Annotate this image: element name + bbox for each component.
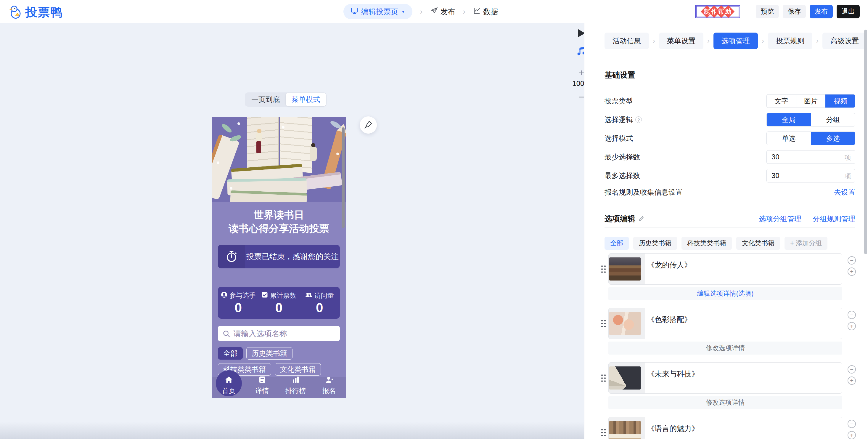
editor-canvas: 一页到底 菜单模式 世界读书日 读书心得分享活动投票 投票已结束，感谢: [0, 23, 584, 439]
signup-icon: [325, 376, 333, 385]
thumb-strip: [609, 254, 645, 284]
publish-step[interactable]: 发布: [430, 7, 455, 17]
edit-option-detail-link[interactable]: 修改选项详情: [608, 342, 842, 355]
phone-illustration: [212, 117, 346, 202]
option-thumbnail: [609, 257, 641, 281]
option-row: 《语言的魅力》 − +: [608, 417, 842, 439]
max-select-row: 最多选择数 项: [604, 169, 855, 182]
chevron-icon: ›: [762, 37, 764, 45]
question-icon[interactable]: ?: [635, 116, 642, 123]
phone-preview: 世界读书日 读书心得分享活动投票 投票已结束，感谢您的关注 参与选手 0: [212, 117, 346, 398]
group-tab-tech[interactable]: 科技类类书籍: [681, 237, 732, 250]
tab-advanced-settings[interactable]: 高级设置: [823, 33, 867, 49]
vote-type-segmented: 文字 图片 视频: [767, 94, 855, 108]
logo-text: 投票鸭: [26, 4, 63, 21]
logic-global[interactable]: 全局: [767, 113, 811, 126]
group-tab-all[interactable]: 全部: [604, 237, 629, 250]
chip-culture[interactable]: 文化类书籍: [275, 363, 321, 376]
page-mode-toggle: 一页到底 菜单模式: [245, 92, 327, 107]
group-tab-history[interactable]: 历史类书籍: [633, 237, 677, 250]
mode-multiple[interactable]: 多选: [811, 132, 855, 145]
publish-button[interactable]: 发布: [810, 5, 833, 18]
group-rule-manage-link[interactable]: 分组规则管理: [813, 214, 855, 224]
help-badge-char: 助: [722, 5, 735, 18]
add-group-button[interactable]: + 添加分组: [784, 237, 828, 250]
data-step[interactable]: 数据: [473, 7, 498, 17]
exit-button[interactable]: 退出: [837, 5, 860, 18]
step-tabs: 活动信息 › 菜单设置 › 选项管理 › 投票规则 › 高级设置: [604, 33, 855, 49]
remove-option-button[interactable]: −: [847, 420, 856, 428]
preview-button[interactable]: 预览: [756, 5, 779, 18]
drag-handle-icon[interactable]: [601, 374, 606, 382]
nav-signup[interactable]: 报名: [312, 377, 346, 398]
edit-option-detail-link[interactable]: 修改选项详情: [608, 396, 842, 409]
option-thumbnail: [609, 312, 641, 335]
nav-home[interactable]: 首页: [212, 377, 245, 398]
vote-type-image[interactable]: 图片: [796, 94, 826, 108]
max-select-input[interactable]: [767, 169, 855, 182]
stat-votes: 累计票数 0: [258, 291, 299, 314]
vote-type-text[interactable]: 文字: [767, 94, 796, 108]
mode-one-page-button[interactable]: 一页到底: [245, 93, 286, 106]
select-logic-row: 选择逻辑 ? 全局 分组: [604, 113, 855, 126]
panel-scrollbar[interactable]: [864, 30, 867, 254]
logic-group[interactable]: 分组: [811, 113, 855, 126]
save-button[interactable]: 保存: [783, 5, 806, 18]
tab-vote-rules[interactable]: 投票规则: [768, 33, 812, 49]
vote-status-card: 投票已结束，感谢您的关注: [218, 245, 340, 268]
tab-menu-settings[interactable]: 菜单设置: [659, 33, 704, 49]
select-mode-row: 选择模式 单选 多选: [604, 131, 855, 145]
vote-status-text: 投票已结束，感谢您的关注: [245, 245, 340, 268]
tab-option-management[interactable]: 选项管理: [713, 33, 758, 49]
section-divider: [604, 84, 855, 84]
min-select-input[interactable]: [767, 150, 855, 164]
signup-settings-label: 报名规则及收集信息设置: [604, 187, 683, 197]
group-tab-culture[interactable]: 文化类书籍: [736, 237, 780, 250]
remove-option-button[interactable]: −: [847, 311, 856, 319]
phone-bottom-nav: 首页 详情 排行榜 报名: [212, 377, 346, 398]
go-setup-link[interactable]: 去设置: [834, 187, 855, 197]
option-group-manage-link[interactable]: 选项分组管理: [759, 214, 801, 224]
zoom-in-button[interactable]: +: [579, 68, 584, 77]
option-card[interactable]: 《龙的传人》: [608, 253, 842, 285]
drag-handle-icon[interactable]: [601, 265, 606, 273]
caret-down-icon: ▼: [401, 9, 405, 14]
option-card[interactable]: 《未来与科技》: [608, 362, 842, 394]
home-icon: [225, 376, 233, 385]
app-logo[interactable]: 投票鸭: [8, 4, 63, 21]
chip-history[interactable]: 历史类书籍: [246, 347, 292, 360]
settings-panel: 活动信息 › 菜单设置 › 选项管理 › 投票规则 › 高级设置 基础设置 投票…: [584, 23, 868, 439]
phone-scrollbar[interactable]: [342, 127, 345, 228]
theme-brush-button[interactable]: [360, 116, 377, 134]
remove-option-button[interactable]: −: [847, 256, 856, 265]
topbar: 投票鸭 编辑投票页 ▼ › 发布 ›: [0, 0, 868, 23]
add-option-button[interactable]: +: [847, 267, 856, 276]
drag-handle-icon[interactable]: [601, 429, 606, 437]
drag-handle-icon[interactable]: [601, 320, 606, 328]
option-card[interactable]: 《色彩搭配》: [608, 308, 842, 339]
vote-type-video[interactable]: 视频: [825, 94, 855, 108]
add-option-button[interactable]: +: [847, 322, 856, 330]
help-badge[interactable]: 制 作 帮 助: [695, 5, 740, 18]
edit-option-detail-link[interactable]: 编辑选项详情(选填): [608, 287, 842, 300]
thumb-strip: [609, 362, 645, 393]
search-input[interactable]: [218, 326, 340, 341]
edit-vote-page-button[interactable]: 编辑投票页 ▼: [343, 4, 412, 19]
chip-all[interactable]: 全部: [218, 347, 243, 360]
chevron-icon: ›: [420, 7, 423, 16]
option-card[interactable]: 《语言的魅力》: [608, 417, 842, 439]
add-option-button[interactable]: +: [847, 431, 856, 439]
activity-title: 世界读书日 读书心得分享活动投票: [212, 208, 346, 235]
tab-activity-info[interactable]: 活动信息: [604, 33, 649, 49]
nav-ranking[interactable]: 排行榜: [279, 377, 312, 398]
stats-card: 参与选手 0 累计票数 0 访问量: [218, 287, 340, 319]
select-mode-segmented: 单选 多选: [767, 131, 855, 145]
mode-single[interactable]: 单选: [767, 132, 811, 145]
mode-menu-button[interactable]: 菜单模式: [286, 93, 326, 106]
add-option-button[interactable]: +: [847, 377, 856, 385]
option-row: 《龙的传人》 编辑选项详情(选填) − +: [608, 253, 842, 300]
remove-option-button[interactable]: −: [847, 365, 856, 374]
publish-step-label: 发布: [440, 7, 455, 17]
zoom-out-button[interactable]: −: [579, 92, 584, 101]
nav-detail[interactable]: 详情: [245, 377, 279, 398]
